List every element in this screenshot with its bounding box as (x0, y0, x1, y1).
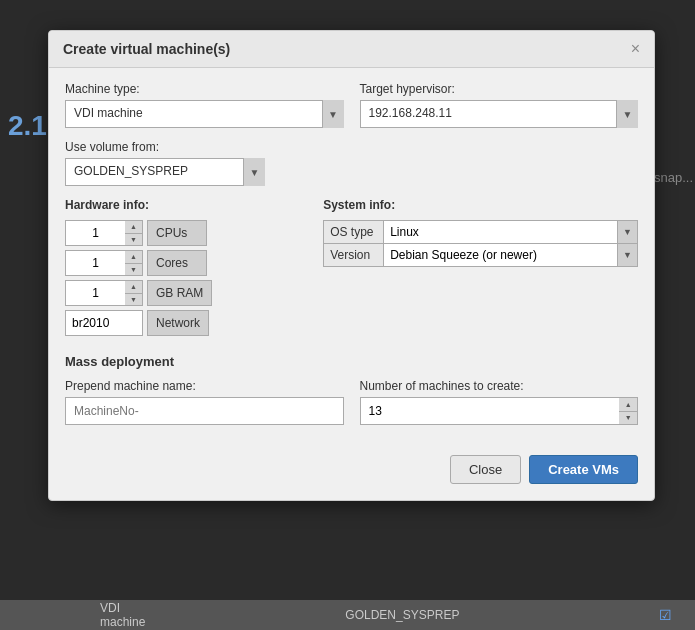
cpu-spinner[interactable]: ▲ ▼ (125, 220, 143, 246)
network-label: Network (147, 310, 209, 336)
cores-up-button[interactable]: ▲ (125, 251, 142, 264)
version-row: Version Debian Squeeze (or newer) ▼ (324, 244, 638, 267)
os-type-value: Linux (390, 225, 419, 239)
machine-type-group: Machine type: VDI machine ▼ (65, 82, 344, 128)
num-machines-input[interactable] (360, 397, 620, 425)
cpu-up-button[interactable]: ▲ (125, 221, 142, 234)
use-volume-group: Use volume from: GOLDEN_SYSPREP ▼ (65, 140, 638, 186)
ram-label: GB RAM (147, 280, 212, 306)
cores-row: ▲ ▼ Cores (65, 250, 307, 276)
system-info-table: OS type Linux ▼ Version Debian Squeeze (… (323, 220, 638, 267)
cores-down-button[interactable]: ▼ (125, 264, 142, 276)
ram-spinner[interactable]: ▲ ▼ (125, 280, 143, 306)
mass-deployment-section: Mass deployment Prepend machine name: Nu… (65, 354, 638, 425)
machine-type-select-wrapper: VDI machine ▼ (65, 100, 344, 128)
cpu-down-button[interactable]: ▼ (125, 234, 142, 246)
mass-deployment-title: Mass deployment (65, 354, 638, 369)
version-value-cell[interactable]: Debian Squeeze (or newer) ▼ (384, 244, 638, 267)
dialog-title: Create virtual machine(s) (63, 41, 230, 57)
hw-sys-row: Hardware info: ▲ ▼ CPUs ▲ ▼ (65, 198, 638, 340)
dialog-footer: Close Create VMs (49, 455, 654, 500)
mass-deployment-row: Prepend machine name: Number of machines… (65, 379, 638, 425)
target-hypervisor-value[interactable]: 192.168.248.11 (360, 100, 639, 128)
bottom-checkbox-icon: ☑ (659, 607, 672, 623)
version-key: Version (324, 244, 384, 267)
create-vm-dialog: Create virtual machine(s) × Machine type… (48, 30, 655, 501)
version-arrow-icon[interactable]: ▼ (617, 244, 637, 266)
os-type-key: OS type (324, 221, 384, 244)
num-machines-label: Number of machines to create: (360, 379, 639, 393)
network-input[interactable] (65, 310, 143, 336)
dialog-body: Machine type: VDI machine ▼ Target hyper… (49, 68, 654, 455)
num-machines-down-button[interactable]: ▼ (619, 412, 637, 425)
use-volume-label: Use volume from: (65, 140, 638, 154)
target-hypervisor-label: Target hypervisor: (360, 82, 639, 96)
close-button[interactable]: Close (450, 455, 521, 484)
machine-name-input[interactable] (65, 397, 344, 425)
cpu-input[interactable] (65, 220, 125, 246)
bottom-left-text: VDI machine (100, 601, 145, 629)
num-machines-spinner[interactable]: ▲ ▼ (619, 397, 638, 425)
machine-type-label: Machine type: (65, 82, 344, 96)
network-row: Network (65, 310, 307, 336)
machine-type-row: Machine type: VDI machine ▼ Target hyper… (65, 82, 638, 128)
dialog-header: Create virtual machine(s) × (49, 31, 654, 68)
hardware-section: Hardware info: ▲ ▼ CPUs ▲ ▼ (65, 198, 307, 340)
ram-input[interactable] (65, 280, 125, 306)
create-vms-button[interactable]: Create VMs (529, 455, 638, 484)
cpu-row: ▲ ▼ CPUs (65, 220, 307, 246)
os-type-arrow-icon[interactable]: ▼ (617, 221, 637, 243)
bottom-right-text: GOLDEN_SYSPREP (345, 608, 459, 622)
version-value: Debian Squeeze (or newer) (390, 248, 537, 262)
system-info-title: System info: (323, 198, 638, 212)
cores-label: Cores (147, 250, 207, 276)
system-section: System info: OS type Linux ▼ Version Deb… (323, 198, 638, 340)
hardware-info-title: Hardware info: (65, 198, 307, 212)
machine-name-group: Prepend machine name: (65, 379, 344, 425)
cores-spinner[interactable]: ▲ ▼ (125, 250, 143, 276)
ram-row: ▲ ▼ GB RAM (65, 280, 307, 306)
target-hypervisor-select-wrapper: 192.168.248.11 ▼ (360, 100, 639, 128)
cores-input[interactable] (65, 250, 125, 276)
os-type-row: OS type Linux ▼ (324, 221, 638, 244)
machine-type-value[interactable]: VDI machine (65, 100, 344, 128)
ram-up-button[interactable]: ▲ (125, 281, 142, 294)
machine-name-label: Prepend machine name: (65, 379, 344, 393)
target-hypervisor-group: Target hypervisor: 192.168.248.11 ▼ (360, 82, 639, 128)
num-machines-spinner-wrapper: ▲ ▼ (360, 397, 639, 425)
ram-down-button[interactable]: ▼ (125, 294, 142, 306)
cpu-label: CPUs (147, 220, 207, 246)
bottom-bar: VDI machine GOLDEN_SYSPREP ☑ (0, 600, 695, 630)
num-machines-group: Number of machines to create: ▲ ▼ (360, 379, 639, 425)
num-machines-up-button[interactable]: ▲ (619, 398, 637, 412)
os-type-value-cell[interactable]: Linux ▼ (384, 221, 638, 244)
dialog-close-button[interactable]: × (631, 41, 640, 57)
use-volume-select-wrapper: GOLDEN_SYSPREP ▼ (65, 158, 265, 186)
use-volume-value[interactable]: GOLDEN_SYSPREP (65, 158, 265, 186)
